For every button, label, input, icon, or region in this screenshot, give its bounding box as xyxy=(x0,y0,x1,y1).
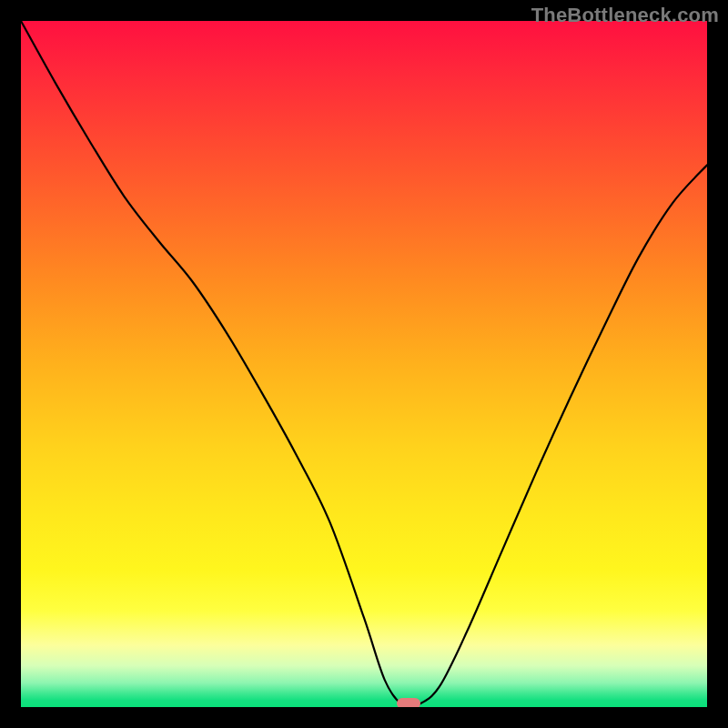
plot-area xyxy=(21,21,707,707)
watermark-text: TheBottleneck.com xyxy=(531,4,719,27)
chart-frame: TheBottleneck.com xyxy=(0,0,728,728)
bottleneck-curve xyxy=(21,21,707,707)
minimum-marker xyxy=(397,698,420,707)
